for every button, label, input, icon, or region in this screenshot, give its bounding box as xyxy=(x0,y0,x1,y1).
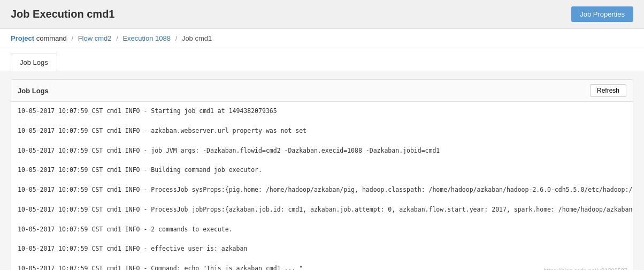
breadcrumb-job-name: cmd1 xyxy=(195,34,212,42)
tab-bar: Job Logs xyxy=(0,48,644,71)
log-line: 10-05-2017 10:07:59 CST cmd1 INFO - job … xyxy=(18,146,626,155)
log-line: 10-05-2017 10:07:59 CST cmd1 INFO - effe… xyxy=(18,244,626,253)
breadcrumb-job-label: Job xyxy=(182,34,193,42)
breadcrumb-flow-name[interactable]: cmd2 xyxy=(95,34,112,42)
log-line: 10-05-2017 10:07:59 CST cmd1 INFO - Star… xyxy=(18,106,626,116)
log-panel-header: Job Logs Refresh xyxy=(11,80,633,102)
refresh-button[interactable]: Refresh xyxy=(590,84,626,97)
log-line: 10-05-2017 10:07:59 CST cmd1 INFO - Proc… xyxy=(18,185,626,194)
log-line: 10-05-2017 10:07:59 CST cmd1 INFO - azka… xyxy=(18,126,626,136)
tab-job-logs[interactable]: Job Logs xyxy=(11,54,57,71)
page-header: Job Execution cmd1 Job Properties xyxy=(0,0,644,29)
breadcrumb-sep3: / xyxy=(175,34,179,42)
breadcrumb-execution-id[interactable]: 1088 xyxy=(155,34,171,42)
log-panel-title: Job Logs xyxy=(18,87,49,95)
breadcrumb-sep1: / xyxy=(71,34,75,42)
log-content[interactable]: 10-05-2017 10:07:59 CST cmd1 INFO - Star… xyxy=(11,102,633,270)
log-line: 10-05-2017 10:07:59 CST cmd1 INFO - Comm… xyxy=(18,264,626,270)
breadcrumb-sep2: / xyxy=(116,34,120,42)
breadcrumb-project-name[interactable]: command xyxy=(36,34,67,42)
log-line: 10-05-2017 10:07:59 CST cmd1 INFO - 2 co… xyxy=(18,224,626,234)
breadcrumb: Project command / Flow cmd2 / Execution … xyxy=(0,29,644,48)
log-line: 10-05-2017 10:07:59 CST cmd1 INFO - Buil… xyxy=(18,165,626,175)
log-line: 10-05-2017 10:07:59 CST cmd1 INFO - Proc… xyxy=(18,205,626,214)
breadcrumb-flow-label[interactable]: Flow xyxy=(78,34,93,42)
page-title: Job Execution cmd1 xyxy=(11,8,115,20)
main-content: Job Logs Refresh 10-05-2017 10:07:59 CST… xyxy=(0,71,644,270)
log-panel: Job Logs Refresh 10-05-2017 10:07:59 CST… xyxy=(11,79,633,270)
breadcrumb-project-label[interactable]: Project xyxy=(11,34,34,42)
breadcrumb-execution-label[interactable]: Execution xyxy=(122,34,153,42)
job-properties-button[interactable]: Job Properties xyxy=(571,6,633,22)
